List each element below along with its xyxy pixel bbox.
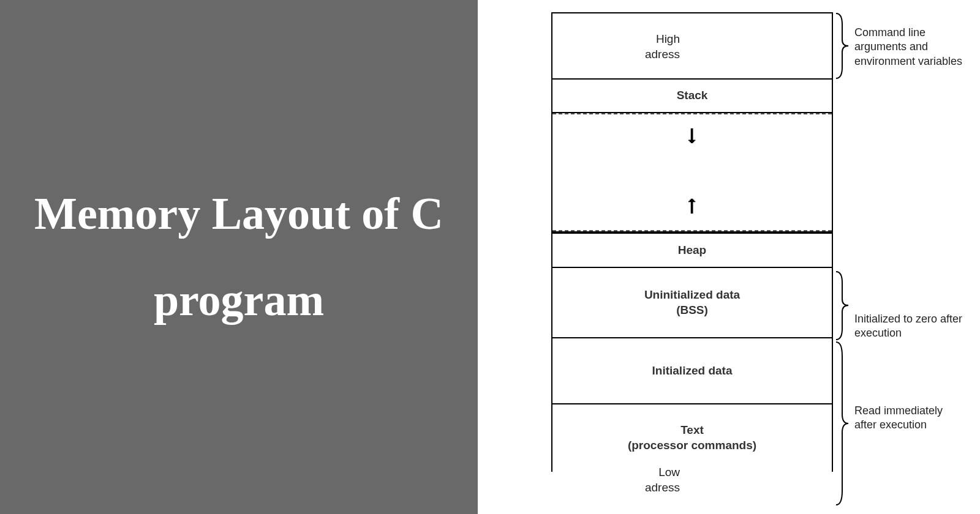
segment-bss-label: Uninitialized data — [644, 288, 740, 301]
segment-free-space: 🠗 🠕 — [551, 113, 833, 233]
segment-text: Text (processor commands) — [551, 404, 833, 472]
brace-icon — [834, 341, 850, 506]
segment-cmdline-env — [551, 12, 833, 80]
memory-layout-diagram: Stack 🠗 🠕 Heap Uninitialized data (BSS) … — [551, 12, 833, 472]
annotation-bss: Initialized to zero after execution — [854, 312, 965, 341]
title-panel: Memory Layout of C program — [0, 0, 478, 514]
main-title: Memory Layout of C program — [24, 171, 453, 343]
segment-bss: Uninitialized data (BSS) — [551, 268, 833, 338]
heap-grows-up-icon: 🠕 — [683, 197, 701, 218]
segment-bss-sublabel: (BSS) — [676, 304, 708, 316]
brace-icon — [834, 270, 850, 341]
segment-text-label: Text — [680, 423, 704, 436]
brace-icon — [834, 12, 850, 80]
segment-text-sublabel: (processor commands) — [628, 439, 756, 452]
segment-stack: Stack — [551, 80, 833, 113]
stack-grows-down-icon: 🠗 — [683, 127, 701, 147]
diagram-panel: Highadress Lowadress Stack 🠗 🠕 Heap Unin… — [478, 0, 980, 514]
segment-initialized-data: Initialized data — [551, 338, 833, 404]
segment-heap: Heap — [551, 233, 833, 268]
annotation-cmdline: Command line arguments and environment v… — [854, 26, 965, 69]
annotation-init-text: Read immediately after execution — [854, 404, 965, 433]
